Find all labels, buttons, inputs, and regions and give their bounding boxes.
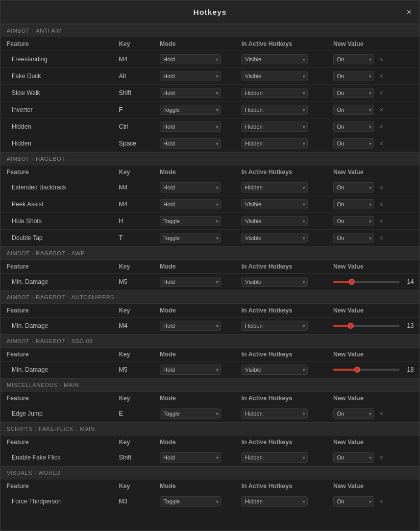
mode-select[interactable]: HoldToggleAlways xyxy=(160,105,221,115)
in-active-select[interactable]: VisibleHidden xyxy=(241,182,308,192)
on-off-select[interactable]: OnOff xyxy=(333,138,374,149)
mode-select[interactable]: HoldToggleAlways xyxy=(160,88,221,98)
new-value-cell: OnOff× xyxy=(333,408,420,419)
delete-row-button[interactable]: × xyxy=(377,216,385,226)
breadcrumb-part: RAGEBOT xyxy=(36,294,65,300)
on-off-select[interactable]: OnOff xyxy=(333,105,374,115)
on-off-select[interactable]: OnOff xyxy=(333,88,374,98)
key-cell: M4 xyxy=(119,201,160,208)
slider-thumb[interactable] xyxy=(348,323,354,329)
in-active-select[interactable]: VisibleHidden xyxy=(241,321,308,331)
on-off-select[interactable]: OnOff xyxy=(333,496,374,506)
new-value-cell: 13× xyxy=(333,321,420,330)
on-off-select[interactable]: OnOff xyxy=(333,452,374,463)
mode-select[interactable]: HoldToggleAlways xyxy=(160,408,221,419)
in-active-select[interactable]: VisibleHidden xyxy=(241,105,308,115)
on-off-select[interactable]: OnOff xyxy=(333,54,374,64)
key-cell: Shift xyxy=(119,454,160,461)
in-active-select[interactable]: VisibleHidden xyxy=(241,233,308,243)
feature-cell: Force Thirdperson xyxy=(7,498,119,505)
slider-track[interactable] xyxy=(333,281,400,283)
mode-cell: HoldToggleAlways xyxy=(160,277,241,287)
in-active-select[interactable]: VisibleHidden xyxy=(241,122,308,132)
table-header-miscellaneous-main: FeatureKeyModeIn Active HotkeysNew Value xyxy=(1,392,419,405)
delete-row-button[interactable]: × xyxy=(377,200,385,209)
on-off-select[interactable]: OnOff xyxy=(333,408,374,419)
table-row: Extended BacktrackM4HoldToggleAlwaysVisi… xyxy=(1,179,419,196)
in-active-select[interactable]: VisibleHidden xyxy=(241,496,308,506)
delete-row-button[interactable]: × xyxy=(377,88,385,98)
on-off-select[interactable]: OnOff xyxy=(333,122,374,132)
slider-value: 13 xyxy=(404,322,414,329)
close-button[interactable]: × xyxy=(407,8,411,16)
mode-select[interactable]: HoldToggleAlways xyxy=(160,452,221,463)
delete-row-button[interactable]: × xyxy=(377,409,385,418)
breadcrumb-part: RAGEBOT xyxy=(36,250,65,256)
in-active-select[interactable]: VisibleHidden xyxy=(241,452,308,463)
in-active-cell: VisibleHidden xyxy=(241,71,333,81)
on-off-select[interactable]: OnOff xyxy=(333,233,374,243)
slider-track[interactable] xyxy=(333,369,400,371)
delete-row-button[interactable]: × xyxy=(377,183,385,192)
slider-thumb[interactable] xyxy=(349,279,355,285)
delete-row-button[interactable]: × xyxy=(417,321,420,330)
table-row: FreestandingM4HoldToggleAlwaysVisibleHid… xyxy=(1,51,419,68)
table-header-aimbot-ragebot-ssg08: FeatureKeyModeIn Active HotkeysNew Value xyxy=(1,348,419,361)
feature-cell: Freestanding xyxy=(7,56,119,63)
mode-select[interactable]: HoldToggleAlways xyxy=(160,138,221,149)
in-active-select[interactable]: VisibleHidden xyxy=(241,88,308,98)
mode-select[interactable]: HoldToggleAlways xyxy=(160,182,221,192)
on-off-select[interactable]: OnOff xyxy=(333,182,374,192)
mode-select[interactable]: HoldToggleAlways xyxy=(160,216,221,226)
mode-select[interactable]: HoldToggleAlways xyxy=(160,233,221,243)
mode-select[interactable]: HoldToggleAlways xyxy=(160,71,221,81)
in-active-select[interactable]: VisibleHidden xyxy=(241,277,308,287)
table-header-aimbot-anti-aim: FeatureKeyModeIn Active HotkeysNew Value xyxy=(1,37,419,51)
breadcrumb-part: AIMBOT xyxy=(7,28,30,34)
in-active-select[interactable]: VisibleHidden xyxy=(241,138,308,149)
mode-select[interactable]: HoldToggleAlways xyxy=(160,321,221,331)
delete-row-button[interactable]: × xyxy=(417,365,420,374)
on-off-select[interactable]: OnOff xyxy=(333,216,374,226)
in-active-select[interactable]: VisibleHidden xyxy=(241,71,308,81)
mode-select[interactable]: HoldToggleAlways xyxy=(160,122,221,132)
in-active-select[interactable]: VisibleHidden xyxy=(241,199,308,209)
delete-row-button[interactable]: × xyxy=(377,233,385,243)
in-active-select[interactable]: VisibleHidden xyxy=(241,216,308,226)
slider-cell: 18 xyxy=(333,366,414,373)
delete-row-button[interactable]: × xyxy=(377,122,385,131)
mode-select[interactable]: HoldToggleAlways xyxy=(160,496,221,506)
column-header: Key xyxy=(119,395,160,402)
mode-select[interactable]: HoldToggleAlways xyxy=(160,365,221,375)
delete-row-button[interactable]: × xyxy=(377,71,385,81)
in-active-cell: VisibleHidden xyxy=(241,452,333,463)
key-cell: F xyxy=(119,106,160,113)
delete-row-button[interactable]: × xyxy=(377,105,385,114)
in-active-select[interactable]: VisibleHidden xyxy=(241,54,308,64)
column-header: Mode xyxy=(160,482,241,490)
delete-row-button[interactable]: × xyxy=(377,55,385,64)
on-off-select[interactable]: OnOff xyxy=(333,199,374,209)
delete-row-button[interactable]: × xyxy=(377,453,385,462)
in-active-cell: VisibleHidden xyxy=(241,321,333,331)
new-value-cell: OnOff× xyxy=(333,233,420,243)
in-active-select[interactable]: VisibleHidden xyxy=(241,408,308,419)
column-header: New Value xyxy=(333,168,420,176)
slider-thumb[interactable] xyxy=(354,367,360,373)
column-header: In Active Hotkeys xyxy=(241,351,333,358)
in-active-cell: VisibleHidden xyxy=(241,216,333,226)
mode-select[interactable]: HoldToggleAlways xyxy=(160,199,221,209)
column-header: Feature xyxy=(7,40,119,47)
column-header: Feature xyxy=(7,168,119,176)
mode-select[interactable]: HoldToggleAlways xyxy=(160,54,221,64)
column-header: Feature xyxy=(7,307,119,314)
feature-cell: Min. Damage xyxy=(7,278,119,285)
delete-row-button[interactable]: × xyxy=(377,497,385,506)
in-active-cell: VisibleHidden xyxy=(241,408,333,419)
mode-select[interactable]: HoldToggleAlways xyxy=(160,277,221,287)
on-off-select[interactable]: OnOff xyxy=(333,71,374,81)
slider-track[interactable] xyxy=(333,325,400,327)
delete-row-button[interactable]: × xyxy=(377,139,385,148)
delete-row-button[interactable]: × xyxy=(417,277,420,286)
in-active-select[interactable]: VisibleHidden xyxy=(241,365,308,375)
